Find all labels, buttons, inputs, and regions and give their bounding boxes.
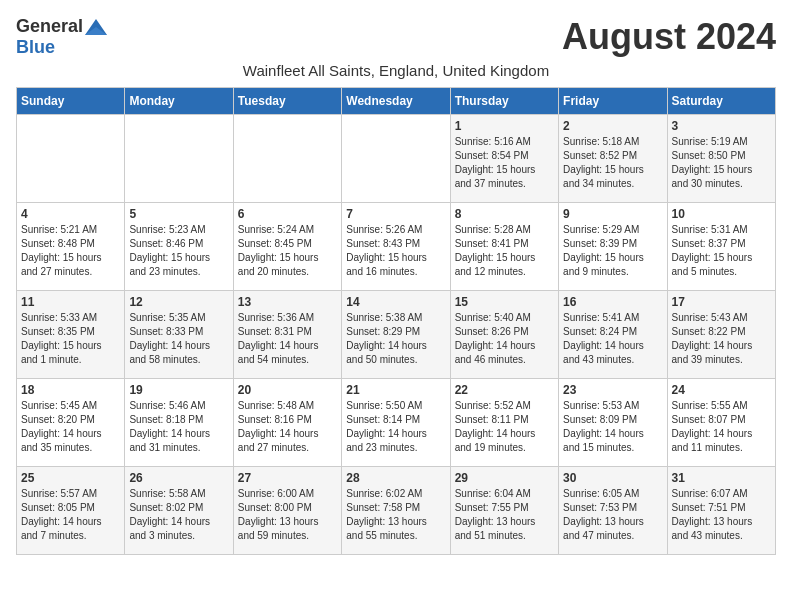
calendar-cell [17,115,125,203]
calendar-cell: 7Sunrise: 5:26 AM Sunset: 8:43 PM Daylig… [342,203,450,291]
logo: General Blue [16,16,107,58]
day-number: 19 [129,383,228,397]
calendar-cell: 5Sunrise: 5:23 AM Sunset: 8:46 PM Daylig… [125,203,233,291]
day-number: 3 [672,119,771,133]
day-number: 12 [129,295,228,309]
day-info: Sunrise: 6:05 AM Sunset: 7:53 PM Dayligh… [563,487,662,543]
calendar-week-1: 1Sunrise: 5:16 AM Sunset: 8:54 PM Daylig… [17,115,776,203]
day-number: 7 [346,207,445,221]
day-info: Sunrise: 5:36 AM Sunset: 8:31 PM Dayligh… [238,311,337,367]
logo-blue-text: Blue [16,37,55,58]
calendar-cell: 27Sunrise: 6:00 AM Sunset: 8:00 PM Dayli… [233,467,341,555]
day-number: 15 [455,295,554,309]
calendar-week-3: 11Sunrise: 5:33 AM Sunset: 8:35 PM Dayli… [17,291,776,379]
day-number: 18 [21,383,120,397]
page-header: General Blue August 2024 [16,16,776,58]
calendar-cell: 28Sunrise: 6:02 AM Sunset: 7:58 PM Dayli… [342,467,450,555]
day-info: Sunrise: 6:07 AM Sunset: 7:51 PM Dayligh… [672,487,771,543]
day-number: 28 [346,471,445,485]
day-info: Sunrise: 5:19 AM Sunset: 8:50 PM Dayligh… [672,135,771,191]
day-number: 27 [238,471,337,485]
calendar-cell: 23Sunrise: 5:53 AM Sunset: 8:09 PM Dayli… [559,379,667,467]
header-saturday: Saturday [667,88,775,115]
logo-icon [85,19,107,35]
calendar-cell: 30Sunrise: 6:05 AM Sunset: 7:53 PM Dayli… [559,467,667,555]
day-number: 23 [563,383,662,397]
calendar-cell: 19Sunrise: 5:46 AM Sunset: 8:18 PM Dayli… [125,379,233,467]
day-info: Sunrise: 5:28 AM Sunset: 8:41 PM Dayligh… [455,223,554,279]
calendar-cell: 31Sunrise: 6:07 AM Sunset: 7:51 PM Dayli… [667,467,775,555]
header-sunday: Sunday [17,88,125,115]
calendar-cell [125,115,233,203]
calendar-cell: 24Sunrise: 5:55 AM Sunset: 8:07 PM Dayli… [667,379,775,467]
calendar-cell [342,115,450,203]
day-info: Sunrise: 6:00 AM Sunset: 8:00 PM Dayligh… [238,487,337,543]
day-number: 5 [129,207,228,221]
calendar-cell [233,115,341,203]
calendar-cell: 25Sunrise: 5:57 AM Sunset: 8:05 PM Dayli… [17,467,125,555]
day-number: 20 [238,383,337,397]
day-number: 25 [21,471,120,485]
day-number: 26 [129,471,228,485]
day-info: Sunrise: 5:38 AM Sunset: 8:29 PM Dayligh… [346,311,445,367]
calendar-cell: 21Sunrise: 5:50 AM Sunset: 8:14 PM Dayli… [342,379,450,467]
day-number: 29 [455,471,554,485]
day-number: 8 [455,207,554,221]
calendar-cell: 13Sunrise: 5:36 AM Sunset: 8:31 PM Dayli… [233,291,341,379]
calendar-cell: 18Sunrise: 5:45 AM Sunset: 8:20 PM Dayli… [17,379,125,467]
day-info: Sunrise: 6:02 AM Sunset: 7:58 PM Dayligh… [346,487,445,543]
day-info: Sunrise: 5:21 AM Sunset: 8:48 PM Dayligh… [21,223,120,279]
calendar-cell: 22Sunrise: 5:52 AM Sunset: 8:11 PM Dayli… [450,379,558,467]
calendar-cell: 14Sunrise: 5:38 AM Sunset: 8:29 PM Dayli… [342,291,450,379]
calendar-table: SundayMondayTuesdayWednesdayThursdayFrid… [16,87,776,555]
day-info: Sunrise: 5:33 AM Sunset: 8:35 PM Dayligh… [21,311,120,367]
calendar-cell: 17Sunrise: 5:43 AM Sunset: 8:22 PM Dayli… [667,291,775,379]
logo-general-text: General [16,16,83,37]
calendar-cell: 26Sunrise: 5:58 AM Sunset: 8:02 PM Dayli… [125,467,233,555]
header-thursday: Thursday [450,88,558,115]
day-info: Sunrise: 5:31 AM Sunset: 8:37 PM Dayligh… [672,223,771,279]
calendar-header-row: SundayMondayTuesdayWednesdayThursdayFrid… [17,88,776,115]
day-number: 31 [672,471,771,485]
day-info: Sunrise: 5:29 AM Sunset: 8:39 PM Dayligh… [563,223,662,279]
calendar-cell: 15Sunrise: 5:40 AM Sunset: 8:26 PM Dayli… [450,291,558,379]
day-number: 13 [238,295,337,309]
calendar-cell: 10Sunrise: 5:31 AM Sunset: 8:37 PM Dayli… [667,203,775,291]
day-info: Sunrise: 5:41 AM Sunset: 8:24 PM Dayligh… [563,311,662,367]
day-info: Sunrise: 5:53 AM Sunset: 8:09 PM Dayligh… [563,399,662,455]
calendar-week-4: 18Sunrise: 5:45 AM Sunset: 8:20 PM Dayli… [17,379,776,467]
day-info: Sunrise: 5:50 AM Sunset: 8:14 PM Dayligh… [346,399,445,455]
calendar-cell: 4Sunrise: 5:21 AM Sunset: 8:48 PM Daylig… [17,203,125,291]
calendar-cell: 12Sunrise: 5:35 AM Sunset: 8:33 PM Dayli… [125,291,233,379]
header-wednesday: Wednesday [342,88,450,115]
day-number: 4 [21,207,120,221]
day-info: Sunrise: 5:16 AM Sunset: 8:54 PM Dayligh… [455,135,554,191]
day-info: Sunrise: 5:24 AM Sunset: 8:45 PM Dayligh… [238,223,337,279]
calendar-week-5: 25Sunrise: 5:57 AM Sunset: 8:05 PM Dayli… [17,467,776,555]
calendar-cell: 1Sunrise: 5:16 AM Sunset: 8:54 PM Daylig… [450,115,558,203]
day-info: Sunrise: 5:35 AM Sunset: 8:33 PM Dayligh… [129,311,228,367]
day-number: 30 [563,471,662,485]
day-info: Sunrise: 5:52 AM Sunset: 8:11 PM Dayligh… [455,399,554,455]
day-info: Sunrise: 5:57 AM Sunset: 8:05 PM Dayligh… [21,487,120,543]
day-number: 9 [563,207,662,221]
header-tuesday: Tuesday [233,88,341,115]
day-info: Sunrise: 5:46 AM Sunset: 8:18 PM Dayligh… [129,399,228,455]
header-friday: Friday [559,88,667,115]
day-info: Sunrise: 5:48 AM Sunset: 8:16 PM Dayligh… [238,399,337,455]
day-number: 6 [238,207,337,221]
day-number: 21 [346,383,445,397]
day-info: Sunrise: 5:45 AM Sunset: 8:20 PM Dayligh… [21,399,120,455]
day-number: 16 [563,295,662,309]
day-number: 24 [672,383,771,397]
day-info: Sunrise: 5:40 AM Sunset: 8:26 PM Dayligh… [455,311,554,367]
day-info: Sunrise: 5:26 AM Sunset: 8:43 PM Dayligh… [346,223,445,279]
day-number: 11 [21,295,120,309]
calendar-cell: 8Sunrise: 5:28 AM Sunset: 8:41 PM Daylig… [450,203,558,291]
header-monday: Monday [125,88,233,115]
day-number: 2 [563,119,662,133]
day-number: 1 [455,119,554,133]
day-info: Sunrise: 5:23 AM Sunset: 8:46 PM Dayligh… [129,223,228,279]
month-title: August 2024 [562,16,776,58]
day-number: 14 [346,295,445,309]
